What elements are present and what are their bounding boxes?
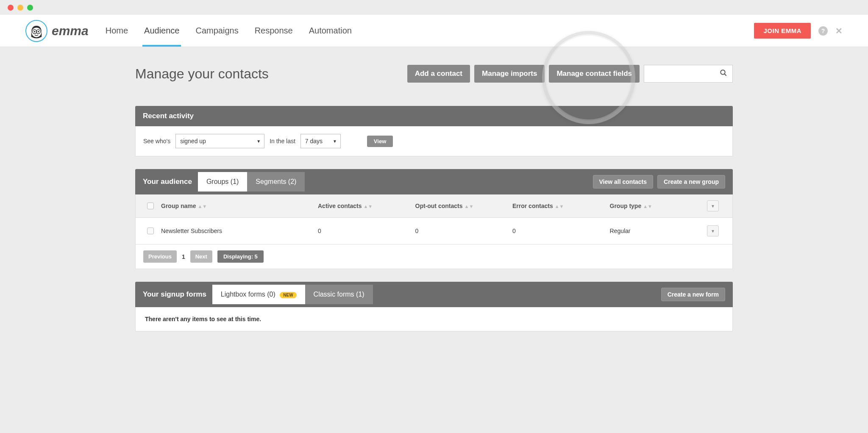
view-all-contacts-button[interactable]: View all contacts (593, 175, 654, 189)
window-close-dot[interactable] (8, 5, 14, 11)
column-options-button[interactable]: ▼ (707, 200, 719, 211)
empty-state-message: There aren't any items to see at this ti… (135, 307, 733, 331)
signup-title: Your signup forms (143, 290, 206, 299)
search-icon (720, 69, 727, 79)
activity-action-value: signed up (180, 138, 206, 144)
cell-group-name[interactable]: Newsletter Subscribers (161, 228, 318, 234)
activity-range-select[interactable]: 7 days (300, 134, 341, 148)
join-emma-button[interactable]: JOIN EMMA (754, 23, 811, 39)
prev-page-button[interactable]: Previous (143, 250, 177, 263)
window-zoom-dot[interactable] (27, 5, 33, 11)
brand[interactable]: emma (25, 20, 89, 42)
create-group-button[interactable]: Create a new group (657, 175, 725, 189)
audience-table-header: Group name▲▼ Active contacts▲▼ Opt-out c… (135, 194, 733, 218)
signup-forms-panel: Your signup forms Lightbox forms (0) NEW… (135, 282, 733, 331)
nav-campaigns[interactable]: Campaigns (195, 16, 238, 46)
page-title: Manage your contacts (135, 66, 269, 82)
nav-audience[interactable]: Audience (144, 16, 179, 46)
nav-links: Home Audience Campaigns Response Automat… (106, 16, 352, 46)
recent-activity-title: Recent activity (143, 112, 194, 120)
svg-point-4 (38, 31, 39, 33)
help-icon[interactable]: ? (818, 26, 828, 36)
svg-point-5 (721, 70, 725, 75)
sort-icon: ▲▼ (198, 205, 207, 208)
select-all-checkbox[interactable] (147, 203, 154, 209)
window-minimize-dot[interactable] (17, 5, 23, 11)
nav-response[interactable]: Response (255, 16, 293, 46)
col-active-contacts[interactable]: Active contacts▲▼ (318, 203, 415, 209)
brand-name: emma (52, 24, 89, 38)
recent-activity-header: Recent activity (135, 106, 733, 126)
page-header: Manage your contacts Add a contact Manag… (135, 65, 733, 83)
row-checkbox[interactable] (147, 228, 154, 234)
close-icon[interactable]: ✕ (835, 26, 843, 36)
col-group-type[interactable]: Group type▲▼ (610, 203, 707, 209)
tab-segments[interactable]: Segments (2) (247, 172, 305, 192)
search-input[interactable] (644, 65, 733, 83)
tab-lightbox-label: Lightbox forms (0) (221, 291, 275, 298)
nav-automation[interactable]: Automation (309, 16, 352, 46)
sort-icon: ▲▼ (555, 205, 564, 208)
tab-groups[interactable]: Groups (1) (198, 172, 247, 192)
sort-icon: ▲▼ (643, 205, 652, 208)
audience-header: Your audience Groups (1) Segments (2) Vi… (135, 169, 733, 194)
cell-active: 0 (318, 228, 415, 234)
new-badge: NEW (280, 292, 296, 298)
cell-type: Regular (610, 228, 707, 234)
signup-header: Your signup forms Lightbox forms (0) NEW… (135, 282, 733, 307)
brand-logo-icon (25, 20, 47, 42)
in-last-label: In the last (270, 138, 295, 144)
top-nav: emma Home Audience Campaigns Response Au… (0, 15, 868, 47)
row-actions-button[interactable]: ▼ (707, 225, 719, 236)
tab-lightbox-forms[interactable]: Lightbox forms (0) NEW (212, 285, 305, 304)
audience-panel: Your audience Groups (1) Segments (2) Vi… (135, 169, 733, 269)
col-error-contacts[interactable]: Error contacts▲▼ (512, 203, 610, 209)
recent-activity-panel: Recent activity See who's signed up In t… (135, 106, 733, 156)
audience-title: Your audience (143, 178, 192, 186)
svg-point-3 (34, 31, 36, 33)
see-whos-label: See who's (143, 138, 170, 144)
view-activity-button[interactable]: View (367, 136, 393, 147)
col-group-name[interactable]: Group name▲▼ (161, 203, 318, 209)
tab-classic-forms[interactable]: Classic forms (1) (305, 285, 373, 304)
add-contact-button[interactable]: Add a contact (407, 65, 470, 83)
page-number: 1 (182, 253, 185, 260)
sort-icon: ▲▼ (363, 205, 373, 208)
window-chrome (0, 0, 868, 15)
nav-home[interactable]: Home (106, 16, 128, 46)
displaying-count: Displaying: 5 (217, 250, 264, 263)
table-row: Newsletter Subscribers 0 0 0 Regular ▼ (135, 218, 733, 244)
activity-action-select[interactable]: signed up (175, 134, 264, 148)
pagination: Previous 1 Next Displaying: 5 (135, 244, 733, 269)
manage-contact-fields-button[interactable]: Manage contact fields (549, 65, 640, 83)
svg-line-6 (724, 74, 726, 76)
manage-imports-button[interactable]: Manage imports (474, 65, 545, 83)
sort-icon: ▲▼ (465, 205, 474, 208)
col-optout-contacts[interactable]: Opt-out contacts▲▼ (415, 203, 513, 209)
cell-error: 0 (512, 228, 610, 234)
activity-range-value: 7 days (305, 138, 323, 144)
cell-optout: 0 (415, 228, 513, 234)
create-form-button[interactable]: Create a new form (661, 288, 725, 301)
next-page-button[interactable]: Next (190, 250, 212, 263)
